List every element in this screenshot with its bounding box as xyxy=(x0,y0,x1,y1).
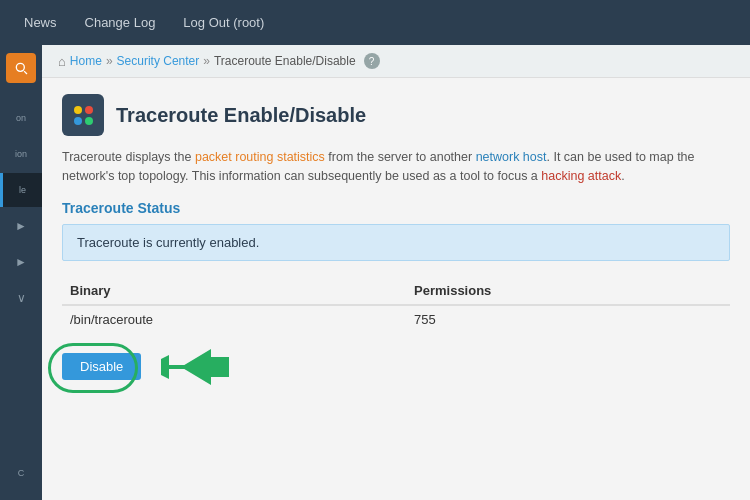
main-layout: on ion le ► ► ∨ C xyxy=(0,45,750,500)
table-header-row: Binary Permissions xyxy=(62,277,730,305)
disable-button-wrapper: Disable xyxy=(62,353,141,380)
search-button[interactable] xyxy=(6,53,36,83)
home-icon: ⌂ xyxy=(58,54,66,69)
binary-table: Binary Permissions /bin/traceroute 755 xyxy=(62,277,730,333)
col-binary: Binary xyxy=(62,277,406,305)
sidebar-item-arrow2[interactable]: ► xyxy=(0,245,42,279)
breadcrumb-sep2: » xyxy=(203,54,210,68)
main-content: ⌂ Home » Security Center » Traceroute En… xyxy=(42,45,750,500)
icon-dot-red xyxy=(85,106,93,114)
top-navigation: News Change Log Log Out (root) xyxy=(0,0,750,45)
arrow-icon xyxy=(161,349,231,385)
sidebar: on ion le ► ► ∨ C xyxy=(0,45,42,500)
desc-highlight-packet: packet routing statistics xyxy=(195,150,325,164)
sidebar-item-down[interactable]: ∨ xyxy=(0,281,42,315)
breadcrumb-home[interactable]: Home xyxy=(70,54,102,68)
breadcrumb: ⌂ Home » Security Center » Traceroute En… xyxy=(42,45,750,78)
nav-news[interactable]: News xyxy=(10,0,71,45)
sidebar-item-ion[interactable]: ion xyxy=(0,137,42,171)
breadcrumb-security-center[interactable]: Security Center xyxy=(117,54,200,68)
sidebar-item-le[interactable]: le xyxy=(0,173,42,207)
breadcrumb-current: Traceroute Enable/Disable xyxy=(214,54,356,68)
page-icon xyxy=(62,94,104,136)
page-title: Traceroute Enable/Disable xyxy=(116,104,366,127)
sidebar-item-c[interactable]: C xyxy=(18,456,25,490)
sidebar-items: on ion le ► ► ∨ xyxy=(0,101,42,315)
page-icon-inner xyxy=(69,101,98,130)
sidebar-item-arrow1[interactable]: ► xyxy=(0,209,42,243)
col-permissions: Permissions xyxy=(406,277,730,305)
cell-permissions: 755 xyxy=(406,305,730,333)
disable-button[interactable]: Disable xyxy=(62,353,141,380)
icon-dot-blue xyxy=(74,117,82,125)
svg-marker-2 xyxy=(181,349,229,385)
help-icon[interactable]: ? xyxy=(364,53,380,69)
page-description: Traceroute displays the packet routing s… xyxy=(62,148,730,186)
desc-highlight-network: network host xyxy=(476,150,547,164)
cell-binary-path: /bin/traceroute xyxy=(62,305,406,333)
page-body: Traceroute Enable/Disable Traceroute dis… xyxy=(42,78,750,500)
action-area: Disable xyxy=(62,349,730,385)
status-box: Traceroute is currently enabled. xyxy=(62,224,730,261)
desc-highlight-hacking: hacking attack xyxy=(541,169,621,183)
icon-dot-yellow xyxy=(74,106,82,114)
table-row: /bin/traceroute 755 xyxy=(62,305,730,333)
page-header: Traceroute Enable/Disable xyxy=(62,94,730,136)
nav-logout[interactable]: Log Out (root) xyxy=(169,0,278,45)
breadcrumb-sep1: » xyxy=(106,54,113,68)
section-title-status: Traceroute Status xyxy=(62,200,730,216)
sidebar-bottom: C xyxy=(18,456,25,500)
icon-dot-green xyxy=(85,117,93,125)
nav-changelog[interactable]: Change Log xyxy=(71,0,170,45)
sidebar-item-on[interactable]: on xyxy=(0,101,42,135)
arrow-annotation xyxy=(161,349,231,385)
search-icon xyxy=(13,60,29,76)
